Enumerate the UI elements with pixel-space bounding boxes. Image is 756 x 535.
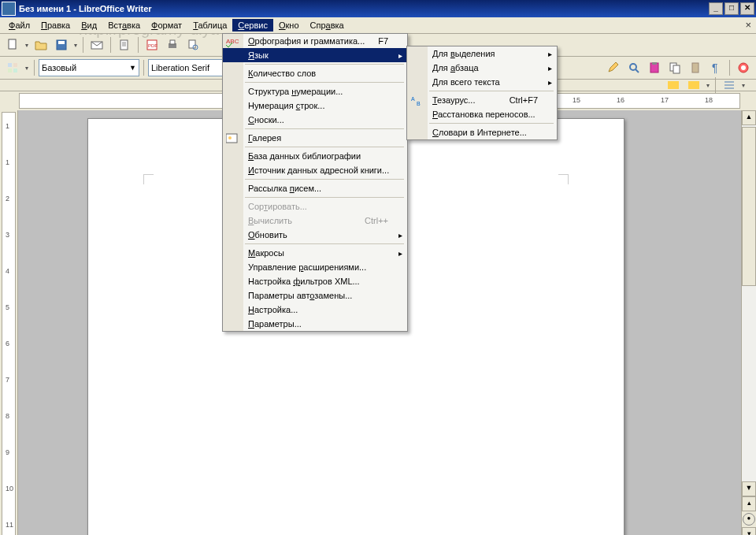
print-preview-button[interactable] xyxy=(183,35,202,54)
lang-menu-item[interactable]: ABТезаурус...Ctrl+F7 xyxy=(407,93,557,107)
service-menu-item[interactable]: Сноски... xyxy=(223,113,407,127)
email-button[interactable] xyxy=(87,35,106,54)
gal-icon xyxy=(226,132,239,145)
clipboard-button[interactable] xyxy=(645,58,664,77)
service-menu-item[interactable]: Макросы▸ xyxy=(223,246,407,260)
help-button[interactable] xyxy=(734,58,753,77)
service-menu-item[interactable]: Управление расширениями... xyxy=(223,260,407,274)
menubar: ФайлПравкаВидВставкаФорматТаблицаСервисО… xyxy=(0,17,756,34)
menu-item-label: Язык xyxy=(248,50,269,60)
service-menu-item[interactable]: Настройка фильтров XML... xyxy=(223,274,407,288)
menu-справка[interactable]: Справка xyxy=(305,19,350,32)
service-menu-item[interactable]: База данных библиографии xyxy=(223,149,407,163)
menu-item-label: Параметры... xyxy=(248,319,302,329)
edit-button[interactable] xyxy=(604,58,623,77)
menu-item-label: Вычислить xyxy=(248,216,292,225)
svg-rect-27 xyxy=(226,134,237,143)
svg-rect-13 xyxy=(8,69,12,72)
menu-item-label: База данных библиографии xyxy=(248,151,361,161)
service-menu: ABCОрфография и грамматика...F7Язык▸Коли… xyxy=(222,33,408,332)
app-icon xyxy=(2,2,16,16)
indent-increase-button[interactable] xyxy=(684,80,703,91)
menu-вид[interactable]: Вид xyxy=(76,19,102,32)
submenu-arrow-icon: ▸ xyxy=(548,78,552,87)
scroll-down-button[interactable]: ▼ xyxy=(742,481,756,496)
service-menu-item[interactable]: Галерея xyxy=(223,131,407,145)
vertical-scrollbar[interactable]: ▲ ▼ ▴ ● ▾ xyxy=(741,110,756,535)
scroll-v-thumb[interactable] xyxy=(742,127,756,286)
service-menu-item[interactable]: Структура нумерации... xyxy=(223,84,407,98)
menu-item-shortcut: F7 xyxy=(378,36,388,46)
close-document-icon[interactable]: × xyxy=(745,19,751,31)
svg-rect-4 xyxy=(120,40,128,50)
next-page-button[interactable]: ▾ xyxy=(742,527,756,535)
copy-button[interactable] xyxy=(665,58,684,77)
menu-item-label: Расстановка переносов... xyxy=(432,110,536,119)
window-title: Без имени 1 - LibreOffice Writer xyxy=(19,4,152,13)
menu-правка[interactable]: Правка xyxy=(35,19,76,32)
styles-button[interactable] xyxy=(3,58,22,77)
prev-page-button[interactable]: ▴ xyxy=(742,496,756,511)
lang-menu-item[interactable]: Для выделения▸ xyxy=(407,46,557,61)
paragraph-style-combo[interactable]: Базовый▼ xyxy=(39,59,139,76)
new-button[interactable] xyxy=(3,35,22,54)
service-menu-item[interactable]: ABCОрфография и грамматика...F7 xyxy=(223,34,407,48)
export-pdf-button[interactable]: PDF xyxy=(143,35,161,54)
lang-menu-item[interactable]: Для абзаца▸ xyxy=(407,61,557,75)
lang-menu-item[interactable]: Расстановка переносов... xyxy=(407,107,557,121)
menu-формат[interactable]: Формат xyxy=(146,19,187,32)
minimize-button[interactable]: _ xyxy=(709,2,723,15)
submenu-arrow-icon: ▸ xyxy=(398,231,402,240)
indent-decrease-button[interactable] xyxy=(664,80,683,91)
lang-menu-item[interactable]: Словари в Интернете... xyxy=(407,125,557,139)
close-button[interactable]: ✕ xyxy=(740,2,754,15)
service-menu-item[interactable]: Обновить▸ xyxy=(223,228,407,242)
service-menu-item[interactable]: Параметры автозамены... xyxy=(223,288,407,303)
maximize-button[interactable]: □ xyxy=(724,2,739,15)
menu-item-label: Параметры автозамены... xyxy=(248,291,352,300)
paragraph-marks-button[interactable]: ¶ xyxy=(706,58,725,77)
menu-файл[interactable]: Файл xyxy=(3,19,35,32)
scroll-up-button[interactable]: ▲ xyxy=(742,110,756,125)
service-menu-item[interactable]: Количество слов xyxy=(223,66,407,80)
scroll-v-track[interactable] xyxy=(742,125,756,481)
line-spacing-button[interactable] xyxy=(720,80,739,91)
svg-rect-19 xyxy=(673,65,680,73)
menu-таблица[interactable]: Таблица xyxy=(187,19,232,32)
thes-icon: AB xyxy=(410,95,423,107)
menu-item-label: Для выделения xyxy=(432,49,495,58)
svg-text:PDF: PDF xyxy=(148,43,158,48)
service-menu-item[interactable]: Язык▸ xyxy=(223,48,407,62)
font-name-value: Liberation Serif xyxy=(151,63,209,72)
service-menu-item[interactable]: Параметры... xyxy=(223,317,407,331)
margin-corner-tr xyxy=(558,174,569,184)
titlebar: Без имени 1 - LibreOffice Writer _ □ ✕ xyxy=(0,0,756,17)
service-menu-item[interactable]: Настройка... xyxy=(223,303,407,317)
open-button[interactable] xyxy=(32,35,50,54)
svg-rect-2 xyxy=(58,41,65,44)
svg-rect-20 xyxy=(692,63,699,72)
svg-point-28 xyxy=(228,136,232,139)
vertical-ruler[interactable]: 11234567891011 xyxy=(2,112,16,535)
submenu-arrow-icon: ▸ xyxy=(548,50,552,58)
menu-окно[interactable]: Окно xyxy=(273,19,305,32)
print-button[interactable] xyxy=(163,35,182,54)
menu-вставка[interactable]: Вставка xyxy=(102,19,146,32)
svg-text:B: B xyxy=(417,101,421,106)
find-button[interactable] xyxy=(624,58,643,77)
service-menu-item[interactable]: Рассылка писем... xyxy=(223,181,407,195)
navigate-by-button[interactable]: ● xyxy=(743,513,755,526)
language-submenu: Для выделения▸Для абзаца▸Для всего текст… xyxy=(406,46,558,140)
edit-file-button[interactable] xyxy=(115,35,134,54)
svg-rect-17 xyxy=(652,62,657,65)
lang-menu-item[interactable]: Для всего текста▸ xyxy=(407,75,557,89)
service-menu-item[interactable]: Нумерация строк... xyxy=(223,98,407,113)
menu-item-label: Настройка фильтров XML... xyxy=(248,277,360,286)
menu-item-label: Структура нумерации... xyxy=(248,87,343,96)
paste-button[interactable] xyxy=(686,58,705,77)
service-menu-item[interactable]: Источник данных адресной книги... xyxy=(223,163,407,177)
menu-сервис[interactable]: Сервис xyxy=(232,19,273,32)
save-button[interactable] xyxy=(52,35,71,54)
service-menu-item: Сортировать... xyxy=(223,199,407,214)
menu-item-label: Источник данных адресной книги... xyxy=(248,165,389,175)
